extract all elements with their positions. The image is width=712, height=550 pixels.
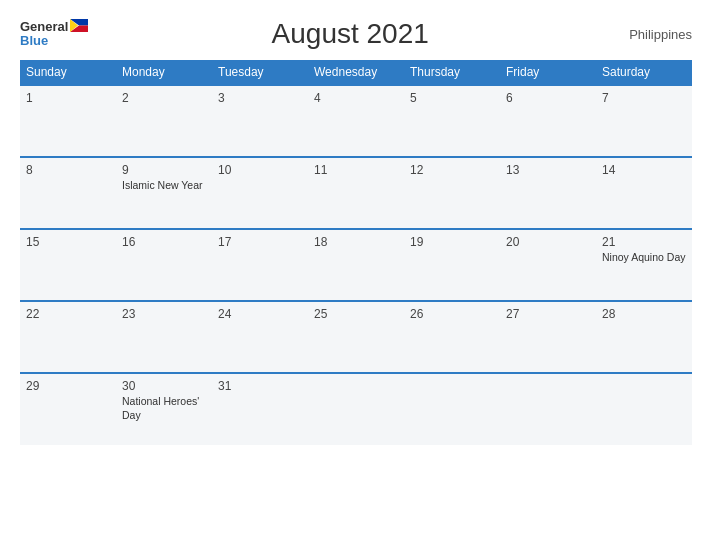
calendar-cell: 22: [20, 301, 116, 373]
day-number: 14: [602, 163, 686, 177]
day-number: 20: [506, 235, 590, 249]
day-number: 8: [26, 163, 110, 177]
calendar-week-row: 22232425262728: [20, 301, 692, 373]
day-number: 9: [122, 163, 206, 177]
calendar-cell: 23: [116, 301, 212, 373]
day-number: 4: [314, 91, 398, 105]
calendar-cell: 10: [212, 157, 308, 229]
header-thursday: Thursday: [404, 60, 500, 85]
calendar-cell: 2: [116, 85, 212, 157]
calendar-table: Sunday Monday Tuesday Wednesday Thursday…: [20, 60, 692, 445]
header-monday: Monday: [116, 60, 212, 85]
day-number: 16: [122, 235, 206, 249]
day-number: 18: [314, 235, 398, 249]
calendar-cell: [308, 373, 404, 445]
calendar-cell: 4: [308, 85, 404, 157]
event-label: Islamic New Year: [122, 179, 206, 193]
day-number: 11: [314, 163, 398, 177]
calendar-cell: 21Ninoy Aquino Day: [596, 229, 692, 301]
day-number: 10: [218, 163, 302, 177]
calendar-cell: 9Islamic New Year: [116, 157, 212, 229]
calendar-cell: 5: [404, 85, 500, 157]
day-number: 23: [122, 307, 206, 321]
day-number: 2: [122, 91, 206, 105]
calendar-cell: 27: [500, 301, 596, 373]
calendar-cell: 15: [20, 229, 116, 301]
day-number: 21: [602, 235, 686, 249]
calendar-cell: 25: [308, 301, 404, 373]
calendar-cell: 31: [212, 373, 308, 445]
calendar-cell: 19: [404, 229, 500, 301]
day-number: 29: [26, 379, 110, 393]
calendar-cell: 18: [308, 229, 404, 301]
calendar-cell: 1: [20, 85, 116, 157]
calendar-cell: 6: [500, 85, 596, 157]
calendar-cell: 12: [404, 157, 500, 229]
day-number: 22: [26, 307, 110, 321]
month-title: August 2021: [88, 18, 612, 50]
header-sunday: Sunday: [20, 60, 116, 85]
calendar-week-row: 89Islamic New Year1011121314: [20, 157, 692, 229]
calendar-cell: 28: [596, 301, 692, 373]
day-number: 27: [506, 307, 590, 321]
day-number: 26: [410, 307, 494, 321]
calendar-cell: 20: [500, 229, 596, 301]
day-number: 31: [218, 379, 302, 393]
calendar-cell: 30National Heroes' Day: [116, 373, 212, 445]
day-number: 24: [218, 307, 302, 321]
calendar-cell: 3: [212, 85, 308, 157]
day-number: 3: [218, 91, 302, 105]
calendar-cell: 26: [404, 301, 500, 373]
logo-general-text: General: [20, 20, 68, 34]
calendar-cell: 16: [116, 229, 212, 301]
day-number: 28: [602, 307, 686, 321]
calendar-header: General Blue August 2021 Philippines: [20, 18, 692, 50]
calendar-cell: 24: [212, 301, 308, 373]
day-number: 12: [410, 163, 494, 177]
calendar-cell: [596, 373, 692, 445]
day-number: 19: [410, 235, 494, 249]
calendar-week-row: 2930National Heroes' Day31: [20, 373, 692, 445]
day-number: 17: [218, 235, 302, 249]
day-number: 30: [122, 379, 206, 393]
day-number: 5: [410, 91, 494, 105]
calendar-cell: [500, 373, 596, 445]
day-number: 6: [506, 91, 590, 105]
header-saturday: Saturday: [596, 60, 692, 85]
logo: General Blue: [20, 20, 88, 49]
day-number: 1: [26, 91, 110, 105]
calendar-cell: 29: [20, 373, 116, 445]
calendar-cell: 17: [212, 229, 308, 301]
day-number: 13: [506, 163, 590, 177]
header-wednesday: Wednesday: [308, 60, 404, 85]
calendar-week-row: 1234567: [20, 85, 692, 157]
country-label: Philippines: [612, 27, 692, 42]
calendar-cell: [404, 373, 500, 445]
calendar-week-row: 15161718192021Ninoy Aquino Day: [20, 229, 692, 301]
event-label: Ninoy Aquino Day: [602, 251, 686, 265]
day-number: 15: [26, 235, 110, 249]
logo-blue-text: Blue: [20, 34, 88, 48]
calendar-page: General Blue August 2021 Philippines Sun…: [0, 0, 712, 550]
calendar-cell: 11: [308, 157, 404, 229]
day-number: 7: [602, 91, 686, 105]
header-tuesday: Tuesday: [212, 60, 308, 85]
logo-flag-icon: [70, 19, 88, 32]
calendar-cell: 14: [596, 157, 692, 229]
event-label: National Heroes' Day: [122, 395, 206, 422]
day-number: 25: [314, 307, 398, 321]
calendar-cell: 13: [500, 157, 596, 229]
header-friday: Friday: [500, 60, 596, 85]
calendar-cell: 8: [20, 157, 116, 229]
calendar-cell: 7: [596, 85, 692, 157]
weekday-header-row: Sunday Monday Tuesday Wednesday Thursday…: [20, 60, 692, 85]
